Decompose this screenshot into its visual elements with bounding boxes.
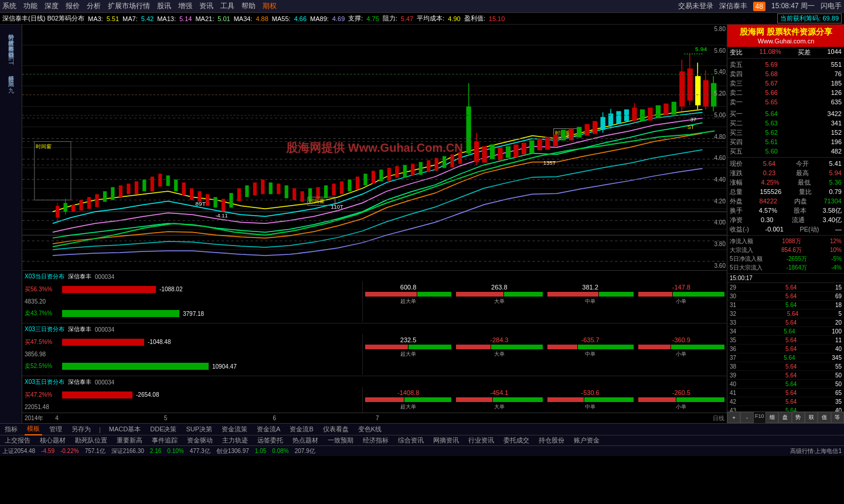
svg-rect-109 <box>672 102 676 115</box>
flow-stats: 净流入额 1088万 12% 大宗流入 854.6万 10% 5日净流入额 -2… <box>727 235 844 273</box>
price-scale: 5.80 5.60 5.40 5.20 5.00 4.80 4.60 4.40 … <box>700 25 727 270</box>
tab-macd[interactable]: MACD基本 <box>107 424 143 435</box>
tab-fund-drive[interactable]: 资金驱动 <box>185 435 215 446</box>
tab-main-track[interactable]: 主力轨迹 <box>220 435 250 446</box>
btn-trend[interactable]: 势 <box>792 412 805 423</box>
tab-holdings[interactable]: 持仓股份 <box>536 435 567 446</box>
ask-5-price: 5.69 <box>765 61 795 68</box>
bid-3-label: 买三 <box>730 128 747 137</box>
pe-label: PE(动) <box>799 225 819 234</box>
ask-2-vol: 126 <box>812 89 842 96</box>
tab-dead-cross[interactable]: 勘死队位置 <box>73 435 110 446</box>
sidebar-item-new[interactable]: 新维持 <box>6 69 16 73</box>
tab-sign-entrust[interactable]: 远签委托 <box>255 435 285 446</box>
sidebar-item-tech[interactable]: 技术分析 <box>6 33 16 38</box>
menu-item-function[interactable]: 功能 <box>23 1 38 11</box>
d1-col4-label: 小单 <box>638 298 724 305</box>
ask-3-row: 卖三 5.67 185 <box>730 79 842 88</box>
candlestick-chart-svg[interactable]: 89T -4.11 时间窗 <box>22 25 727 270</box>
menu-item-system[interactable]: 系统 <box>2 1 16 11</box>
svg-rect-49 <box>285 185 288 198</box>
tab-orders[interactable]: 委托成交 <box>501 435 532 446</box>
btn-minus[interactable]: - <box>740 412 753 423</box>
net-flow-value2: 0.30 <box>761 216 773 223</box>
left-sidebar: 分时势 技术分析 基本资料 财经视 GET 新维持 局限 九 <box>0 25 22 423</box>
login-status[interactable]: 交易未登录 <box>678 1 713 11</box>
tab-save-as[interactable]: 另存为 <box>69 424 93 435</box>
tab-fund-policy[interactable]: 资金流策 <box>219 424 250 435</box>
svg-rect-134 <box>35 142 71 200</box>
sidebar-item-basic[interactable]: 基本资料 <box>6 39 16 43</box>
menu-item-tools[interactable]: 工具 <box>220 1 234 11</box>
tab-fund-a[interactable]: 资金流A <box>254 424 283 435</box>
trade-qty: 55 <box>835 363 842 370</box>
tab-web-digest[interactable]: 网摘资讯 <box>431 435 461 446</box>
dist-panel-day1-title: X03当日资分布 <box>25 273 64 281</box>
tab-sup[interactable]: SUP决第 <box>183 424 215 435</box>
bid-1-label: 买一 <box>730 110 747 118</box>
tab-important-high[interactable]: 重要新高 <box>114 435 145 446</box>
dist-panel-day3-header: X03三日资分布 深信泰丰 000034 <box>22 325 727 334</box>
svg-rect-85 <box>529 141 534 154</box>
tab-consensus[interactable]: 一致预期 <box>325 435 356 446</box>
resistance-label: 阻力: <box>383 14 397 23</box>
svg-rect-70 <box>427 160 430 172</box>
menu-item-market[interactable]: 扩展市场行情 <box>108 1 150 11</box>
btn-connect[interactable]: 联 <box>805 412 818 423</box>
d3-col1-label: 超大单 <box>365 350 451 358</box>
tab-manage[interactable]: 管理 <box>47 424 64 435</box>
out-in-vol-row: 外盘 84222 内盘 71304 <box>730 196 842 206</box>
tab-account-funds[interactable]: 账户资金 <box>571 435 602 446</box>
tab-comprehensive[interactable]: 综合资讯 <box>396 435 426 446</box>
btn-value[interactable]: 值 <box>818 412 831 423</box>
menu-item-help[interactable]: 帮助 <box>241 1 256 11</box>
btn-plus[interactable]: + <box>727 412 740 423</box>
sidebar-item-limit[interactable]: 局限 <box>6 74 16 79</box>
bid-5-label: 买五 <box>730 147 747 156</box>
vol-ratio-row: 总量 155526 量比 0.79 <box>730 187 842 196</box>
btn-fine[interactable]: 细 <box>765 412 778 423</box>
svg-text:110T: 110T <box>331 204 343 210</box>
sidebar-item-timeshare[interactable]: 分时势 <box>6 27 16 32</box>
change-high-row: 涨跌 0.23 最高 5.94 <box>730 168 842 178</box>
menu-item-options[interactable]: 期权 <box>263 1 277 11</box>
menu-item-analysis[interactable]: 分析 <box>87 1 101 11</box>
btn-other[interactable]: 等 <box>831 412 844 423</box>
tab-instrument[interactable]: 仪表看盘 <box>321 424 351 435</box>
tab-stock-report[interactable]: 上交报告 <box>2 435 33 446</box>
main-chart[interactable]: 5.80 5.60 5.40 5.20 5.00 4.80 4.60 4.40 … <box>22 25 727 271</box>
btn-minute[interactable]: 盘 <box>778 412 791 423</box>
ask-2-label: 卖二 <box>730 88 747 97</box>
trade-row: 42 5.64 35 <box>727 397 844 406</box>
menu-item-stock-news[interactable]: 股讯 <box>157 1 171 11</box>
tab-industry[interactable]: 行业资讯 <box>466 435 496 446</box>
tab-dde[interactable]: DDE决策 <box>148 424 179 435</box>
ask-3-label: 卖三 <box>730 79 747 88</box>
tab-color-k[interactable]: 变色K线 <box>356 424 384 435</box>
sidebar-item-finance[interactable]: 财经视 <box>6 45 16 49</box>
bottom-tabs-2: 上交报告 核心题材 勘死队位置 重要新高 事件追踪 资金驱动 主力轨迹 远签委托… <box>0 435 844 445</box>
svg-rect-66 <box>395 166 399 178</box>
tab-event-track[interactable]: 事件追踪 <box>149 435 180 446</box>
sidebar-item-get[interactable]: GET <box>6 50 15 67</box>
tab-hot-topic[interactable]: 热点题材 <box>290 435 321 446</box>
sidebar-item-nine[interactable]: 九 <box>6 80 16 85</box>
menu-item-enhanced[interactable]: 增强 <box>178 1 192 11</box>
menu-item-info[interactable]: 资讯 <box>199 1 213 11</box>
tab-indicators[interactable]: 指标 <box>2 424 20 435</box>
d5-col4-val: -260.5 <box>638 389 724 396</box>
tab-fund-b[interactable]: 资金流B <box>287 424 315 435</box>
tab-templates[interactable]: 模板 <box>25 423 42 435</box>
tab-econ-indicator[interactable]: 经济指标 <box>360 435 391 446</box>
price-level-360: 3.60 <box>700 263 726 269</box>
dist-panel-day3-stock: 深信泰丰 <box>68 325 91 333</box>
menu-item-quote[interactable]: 报价 <box>66 1 80 11</box>
svg-rect-57 <box>332 183 335 195</box>
menu-item-depth[interactable]: 深度 <box>45 1 59 11</box>
svg-rect-40 <box>222 199 225 212</box>
out-vol-label: 外盘 <box>730 197 743 206</box>
trade-num: 39 <box>730 372 759 379</box>
pct-label: 涨幅 <box>730 178 743 187</box>
tab-core-topic[interactable]: 核心题材 <box>38 435 68 446</box>
svg-rect-65 <box>387 168 391 181</box>
